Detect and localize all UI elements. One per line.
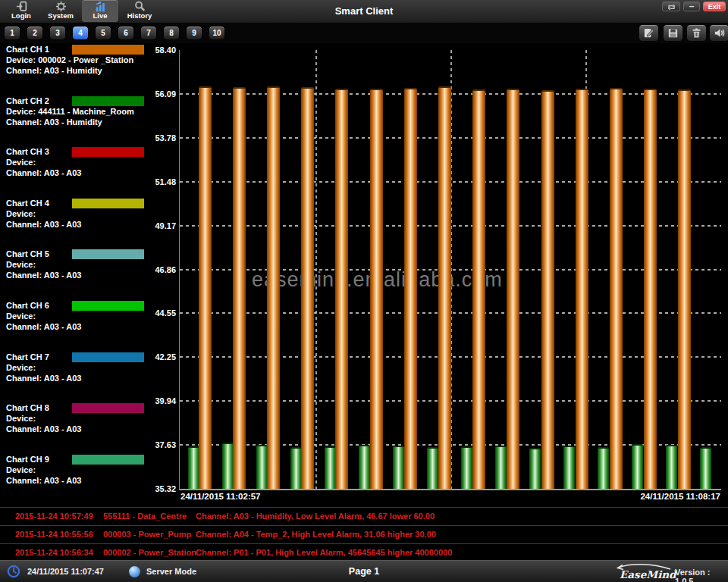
legend-item-ch3[interactable]: Chart CH 3Device:Channel: A03 - A03 bbox=[6, 146, 174, 178]
audio-icon bbox=[710, 27, 728, 39]
channel-color-swatch bbox=[72, 352, 144, 362]
channel-device: Device: bbox=[6, 208, 174, 219]
channel-device: Device: bbox=[6, 362, 174, 373]
chart-bar-green-ch2 bbox=[393, 446, 404, 489]
chart-bar-orange-ch1 bbox=[644, 89, 657, 489]
channel-device: Device: 444111 - Machine_Room bbox=[6, 106, 174, 117]
titlebar: LoginSystemLiveHistory Smart Client – Ex… bbox=[0, 0, 728, 23]
y-axis-tick-label: 53.78 bbox=[141, 133, 176, 142]
chart-bar-green-ch2 bbox=[598, 447, 609, 489]
channel-channel: Channel: A03 - A03 bbox=[6, 373, 174, 383]
channel-channel: Channel: A03 - A03 bbox=[6, 321, 174, 332]
x-axis-start-label: 24/11/2015 11:02:57 bbox=[180, 492, 261, 501]
alarm-time: 2015-11-24 10:55:56 bbox=[15, 530, 93, 539]
delete-button[interactable] bbox=[686, 24, 707, 42]
channel-color-swatch bbox=[72, 96, 144, 106]
chart-bar-orange-ch1 bbox=[438, 86, 451, 489]
alarm-message: Channel: A04 - Temp_2, High Level Alarm,… bbox=[196, 530, 436, 539]
chart-bar-orange-ch1 bbox=[678, 89, 691, 489]
alarm-device: 555111 - Data_Centre bbox=[103, 512, 187, 521]
channel-color-swatch bbox=[72, 249, 144, 259]
chart-bar-orange-ch1 bbox=[233, 87, 246, 489]
chart-bar-green-ch2 bbox=[290, 447, 302, 489]
chart-bar-green-ch2 bbox=[359, 445, 370, 489]
y-axis-tick-label: 44.55 bbox=[141, 308, 176, 318]
alarm-message: Channel: A03 - Humidity, Low Level Alarm… bbox=[196, 512, 435, 521]
chart-bar-orange-ch1 bbox=[267, 86, 280, 489]
legend-item-ch8[interactable]: Chart CH 8Device:Channel: A03 - A03 bbox=[6, 402, 174, 434]
legend-item-ch2[interactable]: Chart CH 2Device: 444111 - Machine_RoomC… bbox=[6, 95, 174, 127]
chart-plot-area: easemind.en.alibaba.com bbox=[179, 50, 721, 490]
page-tab-2[interactable]: 2 bbox=[27, 26, 43, 40]
page-tab-7[interactable]: 7 bbox=[140, 26, 157, 40]
page-tab-1[interactable]: 1 bbox=[4, 26, 20, 40]
version-label: Version : 1.0.5 bbox=[675, 568, 728, 582]
exit-button[interactable]: Exit bbox=[703, 2, 726, 11]
chart-bar-green-ch2 bbox=[325, 446, 336, 489]
chart-bar-green-ch2 bbox=[666, 445, 677, 489]
y-axis-tick-label: 56.09 bbox=[141, 89, 176, 99]
chart-bar-orange-ch1 bbox=[404, 88, 417, 489]
chart-bar-green-ch2 bbox=[563, 446, 575, 489]
alarm-row[interactable]: 2015-11-24 10:55:56000003 - Power_PumpCh… bbox=[0, 526, 728, 544]
y-axis-tick-label: 58.40 bbox=[141, 45, 176, 55]
channel-color-swatch bbox=[72, 199, 144, 208]
alarm-time: 2015-11-24 10:56:34 bbox=[15, 548, 93, 557]
chart-bar-orange-ch1 bbox=[576, 89, 588, 489]
chart-bar-orange-ch1 bbox=[301, 87, 314, 489]
legend-item-ch9[interactable]: Chart CH 9Device:Channel: A03 - A03 bbox=[6, 454, 174, 486]
page-tab-8[interactable]: 8 bbox=[163, 26, 180, 40]
y-axis-tick-label: 49.17 bbox=[141, 221, 176, 230]
alarm-message: Channel: P01 - P01, High Level Alarm, 45… bbox=[196, 548, 452, 557]
y-axis-tick-label: 35.32 bbox=[141, 484, 176, 493]
page-tab-3[interactable]: 3 bbox=[49, 26, 66, 40]
chart-bar-orange-ch1 bbox=[507, 89, 519, 489]
channel-device: Device: bbox=[6, 465, 174, 475]
chart-bar-green-ch2 bbox=[222, 443, 234, 489]
page-tab-row: 12345678910 bbox=[0, 23, 728, 43]
chart-bar-orange-ch1 bbox=[541, 90, 554, 489]
chart-bar-green-ch2 bbox=[188, 446, 199, 489]
page-tab-6[interactable]: 6 bbox=[118, 26, 134, 40]
channel-channel: Channel: A03 - Humidity bbox=[6, 117, 174, 127]
chart-bar-orange-ch1 bbox=[610, 88, 623, 489]
y-axis-tick-label: 39.94 bbox=[141, 396, 176, 405]
chart-bar-green-ch2 bbox=[529, 448, 541, 489]
channel-channel: Channel: A03 - A03 bbox=[6, 424, 174, 434]
page-tab-10[interactable]: 10 bbox=[209, 26, 225, 40]
y-axis-tick-label: 46.86 bbox=[141, 265, 176, 274]
chart-bar-orange-ch1 bbox=[472, 89, 485, 489]
channel-device: Device: bbox=[6, 157, 174, 167]
channel-device: Device: 000002 - Power _Station bbox=[6, 55, 174, 65]
channel-color-swatch bbox=[72, 45, 144, 55]
page-tab-9[interactable]: 9 bbox=[186, 26, 202, 40]
delete-icon bbox=[687, 27, 706, 39]
alarm-row[interactable]: 2015-11-24 10:57:49555111 - Data_CentreC… bbox=[0, 508, 728, 526]
chart-bar-green-ch2 bbox=[700, 447, 711, 489]
chart-bar-green-ch2 bbox=[461, 446, 472, 489]
smart-client-window: LoginSystemLiveHistory Smart Client – Ex… bbox=[0, 0, 728, 582]
alarm-device: 000003 - Power_Pump bbox=[103, 530, 191, 539]
page-tab-5[interactable]: 5 bbox=[95, 26, 111, 40]
easemind-logo: EaseMind bbox=[613, 562, 675, 582]
switch-view-button[interactable] bbox=[662, 2, 680, 11]
channel-device: Device: bbox=[6, 413, 174, 424]
minimize-button[interactable]: – bbox=[683, 2, 700, 11]
chart-bar-orange-ch1 bbox=[335, 89, 348, 489]
edit-icon bbox=[639, 27, 658, 39]
y-axis-tick-label: 37.63 bbox=[141, 440, 176, 449]
page-tab-4[interactable]: 4 bbox=[72, 26, 89, 40]
audio-button[interactable] bbox=[709, 24, 728, 42]
y-axis-tick-label: 42.25 bbox=[141, 352, 176, 361]
alarm-device: 000002 - Power_Station bbox=[103, 548, 196, 557]
edit-button[interactable] bbox=[639, 24, 659, 42]
x-axis-end-label: 24/11/2015 11:08:17 bbox=[576, 492, 720, 501]
status-bar: 24/11/2015 11:07:47 Server Mode Page 1 E… bbox=[0, 560, 728, 582]
chart-bar-orange-ch1 bbox=[199, 86, 212, 489]
channel-color-swatch bbox=[72, 455, 144, 465]
chart-bar-green-ch2 bbox=[427, 447, 438, 489]
brand-name: EaseMind bbox=[620, 568, 676, 580]
save-button[interactable] bbox=[663, 24, 683, 42]
alarm-time: 2015-11-24 10:57:49 bbox=[15, 512, 93, 521]
save-icon bbox=[664, 27, 682, 39]
